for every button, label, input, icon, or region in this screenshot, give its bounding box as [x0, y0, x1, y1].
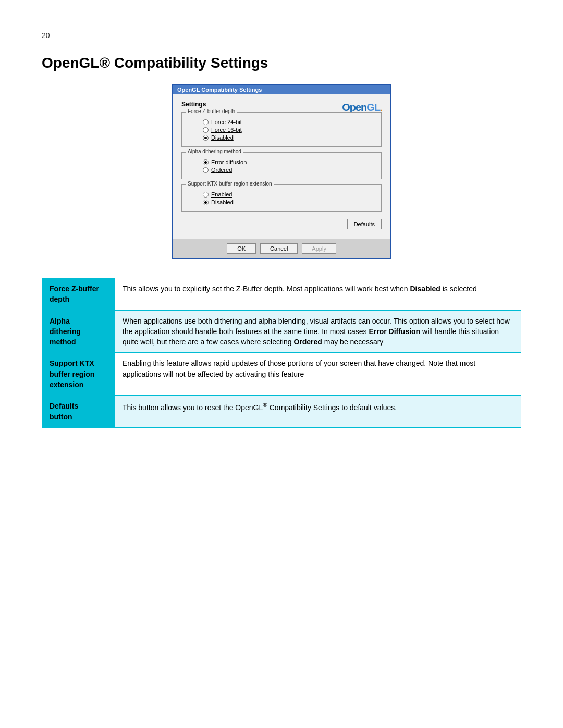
desc-cell-zbuffer: This allows you to explicitly set the Z-… [115, 278, 521, 311]
table-row: Defaultsbutton This button allows you to… [42, 396, 521, 428]
support-ktx-label: Support KTX buffer region extension [186, 181, 274, 187]
radio-ordered[interactable]: Ordered [187, 167, 376, 173]
radio-error-diffusion[interactable]: Error diffusion [187, 159, 376, 165]
radio-enabled-ktx[interactable]: Enabled [187, 191, 376, 198]
radio-circle-force16[interactable] [203, 127, 209, 133]
radio-circle-disabled-ktx[interactable] [203, 200, 209, 205]
radio-label-enabled-ktx: Enabled [211, 191, 232, 198]
defaults-button[interactable]: Defaults [347, 219, 382, 229]
radio-circle-error-diffusion[interactable] [203, 159, 209, 165]
dialog-window: OpenGL Compatibility Settings Settings O… [172, 84, 391, 259]
dialog-footer: Defaults [181, 217, 382, 232]
radio-label-force24: Force 24-bit [211, 119, 242, 125]
support-ktx-group: Support KTX buffer region extension Enab… [181, 184, 382, 212]
dialog-bottom-bar: OK Cancel Apply [173, 239, 390, 258]
top-divider [42, 44, 521, 44]
desc-cell-defaults: This button allows you to reset the Open… [115, 396, 521, 428]
radio-force24[interactable]: Force 24-bit [187, 119, 376, 125]
page-title: OpenGL® Compatibility Settings [42, 55, 521, 71]
info-table: Force Z-bufferdepth This allows you to e… [42, 278, 521, 428]
page-number: 20 [42, 31, 521, 40]
alpha-dithering-label: Alpha dithering method [186, 149, 243, 154]
table-row: Alphaditheringmethod When applications u… [42, 310, 521, 353]
radio-circle-disabled-zbuffer[interactable] [203, 135, 209, 141]
radio-circle-ordered[interactable] [203, 167, 209, 173]
apply-button[interactable]: Apply [302, 243, 336, 254]
dialog-body: Settings OpenGL. Force Z-buffer depth Fo… [173, 94, 390, 239]
radio-force16[interactable]: Force 16-bit [187, 127, 376, 133]
radio-label-force16: Force 16-bit [211, 127, 242, 133]
dialog-screenshot: OpenGL Compatibility Settings Settings O… [42, 84, 521, 259]
force-zbuffer-label: Force Z-buffer depth [186, 108, 237, 114]
ok-button[interactable]: OK [227, 243, 256, 254]
table-row: Force Z-bufferdepth This allows you to e… [42, 278, 521, 311]
radio-label-disabled-ktx: Disabled [211, 199, 234, 205]
radio-circle-enabled-ktx[interactable] [203, 192, 209, 198]
label-cell-zbuffer: Force Z-bufferdepth [42, 278, 115, 311]
radio-label-ordered: Ordered [211, 167, 232, 173]
label-cell-alpha: Alphaditheringmethod [42, 310, 115, 353]
table-row: Support KTXbuffer regionextension Enabli… [42, 353, 521, 396]
desc-cell-ktx: Enabling this feature allows rapid updat… [115, 353, 521, 396]
radio-circle-force24[interactable] [203, 119, 209, 125]
radio-label-error-diffusion: Error diffusion [211, 159, 247, 165]
radio-disabled-zbuffer[interactable]: Disabled [187, 134, 376, 141]
radio-disabled-ktx[interactable]: Disabled [187, 199, 376, 205]
label-cell-defaults: Defaultsbutton [42, 396, 115, 428]
desc-cell-alpha: When applications use both dithering and… [115, 310, 521, 353]
force-zbuffer-group: Force Z-buffer depth Force 24-bit Force … [181, 112, 382, 147]
cancel-button[interactable]: Cancel [260, 243, 298, 254]
radio-label-disabled-zbuffer: Disabled [211, 134, 234, 141]
label-cell-ktx: Support KTXbuffer regionextension [42, 353, 115, 396]
alpha-dithering-group: Alpha dithering method Error diffusion O… [181, 152, 382, 179]
dialog-titlebar: OpenGL Compatibility Settings [173, 85, 390, 94]
